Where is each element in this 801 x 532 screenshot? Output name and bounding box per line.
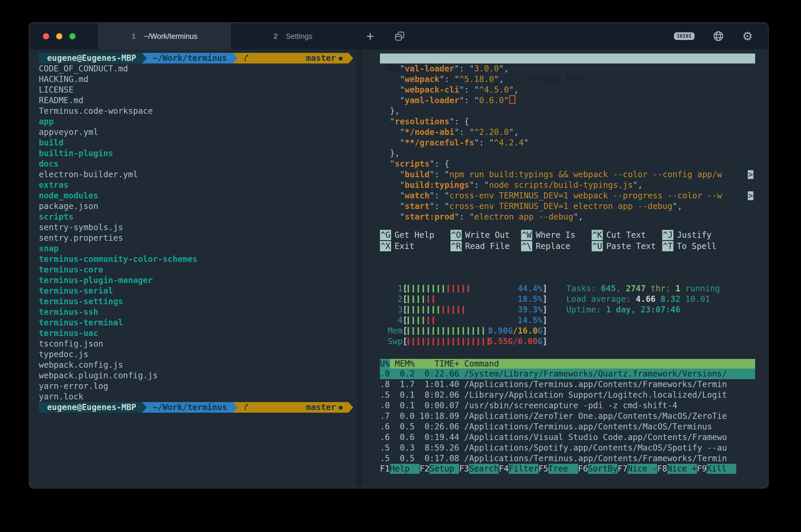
nano-shortcut: ^KCut Text [592, 230, 662, 240]
meter-bar [437, 327, 439, 335]
editor-monitor-pane[interactable]: GNU nano 4.5 package.json "val-loader": … [380, 50, 755, 488]
directory-name: node_modules [39, 191, 98, 201]
meter-bar [417, 285, 419, 292]
table-column-headers: MEM% TIME+ Command [390, 359, 755, 368]
code-token: build [405, 170, 429, 179]
meter-bar [437, 285, 439, 292]
nano-shortcut: ^XExit [380, 241, 450, 251]
ls-entry: terminus-core [39, 265, 356, 275]
meter-bracket: ] [542, 336, 547, 347]
globe-icon[interactable] [713, 31, 724, 42]
zoom-button[interactable] [69, 33, 76, 39]
meter-bar [437, 306, 439, 314]
process-row[interactable]: .6 0.6 0:19.44 /Applications/Visual Stud… [380, 432, 755, 443]
meter-bracket: [ [403, 294, 408, 304]
meter-value: 5.55G/6.00G [488, 336, 542, 347]
line-overflow-marker: > [748, 191, 753, 200]
meter-value: 18.5% [518, 294, 542, 304]
meter-value-part: 39.3% [518, 305, 542, 315]
fkey-number: F6 [578, 464, 588, 474]
code-token: cross-env TERMINUS_DEV=1 webpack --progr… [449, 191, 722, 201]
file-name: sentry-symbols.js [39, 223, 123, 232]
process-row[interactable]: .6 0.5 0:26.06 /Applications/Terminus.ap… [380, 421, 755, 432]
process-row[interactable]: .0 0.1 0:00.07 /usr/sbin/screencapture -… [380, 400, 755, 411]
directory-name: terminus-core [39, 265, 103, 274]
code-token: " [444, 170, 449, 179]
code-token: " [484, 180, 489, 190]
code-token: , [499, 74, 504, 84]
info-part: 1 [675, 284, 681, 293]
code-token: scripts [395, 159, 430, 169]
process-row[interactable]: .5 0.3 8:59.26 /Applications/Spotify.app… [380, 443, 755, 453]
process-row-selected[interactable]: .0 0.2 0:22.66 /System/Library/Framework… [380, 368, 755, 379]
code-token: " [469, 127, 474, 137]
code-token: }, [390, 106, 400, 116]
meter-bar [458, 327, 459, 335]
code-token: " [474, 96, 479, 105]
code-token: }, [390, 148, 400, 158]
ls-entry: webpack.plugin.config.js [39, 370, 356, 381]
process-row[interactable]: .8 1.7 1:01.40 /Applications/Terminus.ap… [380, 379, 755, 390]
meter-bar [443, 285, 444, 292]
shortcut-key: ^\ [521, 241, 532, 251]
fkey-F8: F8Nice + [657, 464, 697, 474]
code-token [380, 64, 399, 74]
code-token: start:prod [405, 212, 454, 222]
meter-bar [413, 285, 414, 292]
gear-icon[interactable]: ⚙ [742, 30, 753, 43]
ls-entry: webpack.config.js [39, 360, 356, 370]
meter-bar [472, 338, 474, 345]
process-table-header[interactable]: U% MEM% TIME+ Command [380, 359, 755, 368]
shortcut-label: Read File [465, 241, 510, 251]
code-token [380, 212, 399, 222]
code-token [380, 159, 390, 169]
nano-code-line: "start:prod": "electron app --debug", [380, 212, 755, 222]
meter-bar [432, 296, 434, 303]
tab-terminal[interactable]: 1 ~/Work/terminus [97, 23, 232, 50]
ls-entry: sentry.properties [39, 233, 356, 243]
process-row[interactable]: .5 0.5 0:17.08 /Applications/Terminus.ap… [380, 453, 755, 464]
meter-bar [472, 327, 474, 335]
ls-entry: docs [39, 159, 356, 169]
nano-shortcut: ^GGet Help [380, 230, 450, 240]
code-token: " [633, 180, 638, 190]
prompt-path-segment: ~/Work/terminus [147, 402, 233, 413]
sort-column-header[interactable]: U% [380, 359, 390, 368]
code-token: " [399, 180, 405, 190]
process-row[interactable]: .7 0.0 10:18.09 /Applications/ZeroTier O… [380, 411, 755, 421]
meter-bar [413, 317, 414, 324]
minimize-button[interactable] [56, 33, 62, 39]
plus-icon: + [367, 28, 374, 44]
ls-entry: README.md [39, 95, 356, 106]
code-token: : [434, 191, 444, 201]
nano-shortcut-bar: ^GGet Help^OWrite Out^WWhere Is^KCut Tex… [380, 229, 755, 252]
meter-bar [417, 296, 419, 303]
nano-shortcut: ^JJustify [662, 230, 733, 240]
code-token: : [444, 74, 454, 84]
nano-code-line: "build": "npm run build:typings && webpa… [380, 169, 755, 180]
meter-bracket: ] [542, 326, 547, 336]
ls-entry: terminus-settings [39, 296, 356, 307]
pane-divider[interactable] [356, 50, 362, 488]
code-token: , [504, 64, 509, 74]
meter-track: 8.90G/16.0G [408, 326, 542, 336]
shortcut-label: Replace [536, 241, 571, 251]
file-name: LICENSE [39, 85, 74, 95]
new-tab-button[interactable]: + [354, 23, 386, 50]
code-token: val-loader [405, 64, 454, 74]
tab-number: 2 [274, 32, 278, 41]
process-row[interactable]: .5 0.1 8:02.06 /Library/Application Supp… [380, 390, 755, 400]
meter-bar [408, 317, 409, 324]
tab-settings[interactable]: 2 Settings [232, 23, 354, 50]
shell-pane[interactable]: eugene@Eugenes-MBP ~/Work/terminus maste… [30, 50, 356, 488]
meter-bar [468, 338, 469, 345]
meter-bar [413, 327, 414, 335]
split-pane-button[interactable] [386, 23, 413, 50]
serial-keyboard-icon[interactable]: IOIOI [674, 32, 694, 40]
meter-bar [443, 306, 444, 314]
code-token: " [430, 191, 434, 201]
meter-bar [423, 296, 424, 303]
tabbar-spacer [413, 23, 674, 50]
fkey-F4: F4Filter [499, 464, 538, 474]
close-button[interactable] [43, 33, 49, 39]
